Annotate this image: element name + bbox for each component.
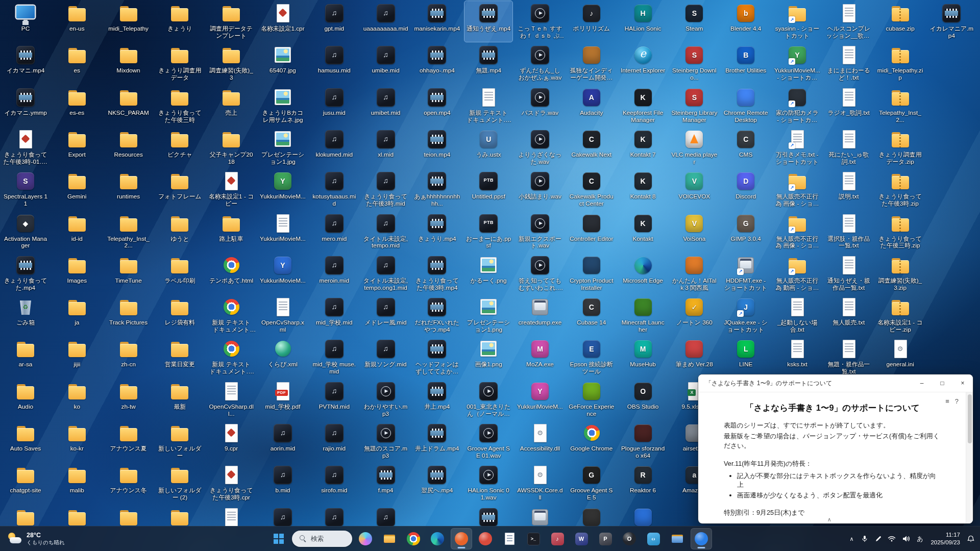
desktop-icon[interactable]: GeForce Experience [568, 379, 616, 420]
desktop-icon[interactable]: teion.mp4 [413, 127, 461, 168]
desktop-icon[interactable]: CCakewalk Next [568, 127, 616, 168]
desktop-icon[interactable]: 001_東北きりたん（ノーマル）_少しv... [464, 379, 512, 420]
desktop-icon[interactable]: hamusu.mid [310, 43, 358, 84]
desktop-icon[interactable]: 万引きメモ.txt - ショートカット [773, 127, 821, 168]
desktop-icon[interactable]: 新しいフォルダー [156, 421, 204, 462]
desktop-icon[interactable]: PC [2, 1, 50, 42]
desktop-icon[interactable]: mid_学校.mid [310, 295, 358, 336]
desktop-icon[interactable]: LLINE [722, 337, 770, 378]
desktop-icon[interactable]: YYukkuriMovieM... - ショートカット [773, 43, 821, 84]
desktop-icon[interactable]: Crypton Product Installer [568, 253, 616, 294]
desktop-icon[interactable]: YukkuriMovieM... [259, 211, 307, 252]
help-icon[interactable]: ? [955, 397, 959, 405]
desktop-icon[interactable]: VVoiSona [670, 211, 718, 252]
desktop-icon[interactable]: uaaaaaaaaa.mid [362, 1, 410, 42]
desktop-icon[interactable]: きょうりBカコレ用サムネ.jpg [259, 85, 307, 126]
desktop-icon[interactable]: 新規 テキスト ドキュメント (2).html [207, 295, 255, 336]
desktop-icon[interactable]: 新規エクスポート.wav [516, 211, 564, 252]
desktop-icon[interactable]: きょうり食ってた午後3時.mid [362, 169, 410, 210]
desktop-icon[interactable]: xl.mid [362, 127, 410, 168]
desktop-icon[interactable]: ピクチャ [156, 127, 204, 168]
desktop-icon[interactable]: MMoZA.exe [516, 337, 564, 378]
desktop-icon[interactable]: _起動しない場合.txt [773, 295, 821, 336]
desktop-icon[interactable]: アナウンス夏 [105, 421, 153, 462]
desktop-icon[interactable]: 最新 [156, 379, 204, 420]
desktop-icon[interactable]: 通知うぜえ.mp4 [464, 1, 512, 42]
desktop-icon[interactable]: f.mp4 [362, 463, 410, 504]
desktop-icon[interactable]: es [53, 43, 101, 84]
desktop-icon[interactable]: CCubase 14 [568, 295, 616, 336]
desktop-icon[interactable]: バスドラ.wav [516, 85, 564, 126]
desktop-icon[interactable]: SSteinberg Library Manager [670, 85, 718, 126]
desktop-icon[interactable]: Gemini [53, 169, 101, 210]
desktop-icon[interactable]: きょうり食ってた午後3時.zip [876, 169, 924, 210]
desktop-icon[interactable]: きょうり食ってた午後3時-01.cpr [2, 127, 50, 168]
desktop-icon[interactable]: ゆうと [156, 211, 204, 252]
desktop-icon[interactable]: Resources [105, 127, 153, 168]
word-like-app-taskbar-button[interactable]: W [571, 528, 592, 549]
desktop-icon[interactable]: あぁhhhhhnnnhhhh... [413, 169, 461, 210]
desktop-icon[interactable]: HHALion Sonic [619, 1, 667, 42]
desktop-icon[interactable]: ksks.txt [773, 337, 821, 378]
desktop-icon[interactable]: b.mid [259, 463, 307, 504]
desktop-icon[interactable]: 9.cpr [207, 421, 255, 462]
desktop-icon[interactable]: かるーく.png [464, 253, 512, 294]
desktop-icon[interactable]: KKontakt 8 [619, 169, 667, 210]
desktop-icon[interactable]: 父子キャンプ2018 [207, 127, 255, 168]
desktop-icon[interactable]: GGIMP 3.0.4 [722, 211, 770, 252]
desktop-icon[interactable]: 無人販売不正行為 画像 - ショートカット [773, 211, 821, 252]
desktop-icon[interactable]: ◆Activation Manager [2, 211, 50, 252]
desktop-icon[interactable]: よりうざくなった.wav [516, 127, 564, 168]
desktop-icon[interactable]: おーまーにあ.ppsf [464, 211, 512, 252]
desktop-icon[interactable]: 新しいフォルダー (2) [156, 463, 204, 504]
desktop-icon[interactable]: bBlender 4.4 [722, 1, 770, 42]
desktop-icon[interactable]: 新規 テキスト ドキュメント.html [207, 337, 255, 378]
music-app-taskbar-button[interactable]: ♪ [547, 528, 568, 549]
desktop-icon[interactable]: くらび.xml [259, 337, 307, 378]
desktop-icon[interactable]: 無人販売不正行為 画像 - ショートカット [773, 169, 821, 210]
desktop-icon[interactable]: umibet.mid [362, 85, 410, 126]
desktop-icon[interactable]: フォトフレーム [156, 169, 204, 210]
desktop-icon[interactable]: jijii [53, 337, 101, 378]
hidden-icons-chevron-icon[interactable] [845, 530, 857, 548]
desktop-icon[interactable]: イカレマニア.mp4 [927, 1, 975, 42]
desktop-icon[interactable]: 調査用データテンプレート [207, 1, 255, 42]
desktop-icon[interactable]: OOBS Studio [619, 379, 667, 420]
desktop-icon[interactable]: 名称未設定1 - コピー.zip [876, 295, 924, 336]
desktop-icon[interactable]: 名称未設定1.cpr [259, 1, 307, 42]
desktop-icon[interactable]: KKontakt [619, 211, 667, 252]
desktop-icon[interactable]: 無題のスコア.mp3 [362, 421, 410, 462]
desktop-icon[interactable]: SSteam [670, 1, 718, 42]
desktop-icon[interactable]: 調査練習(失敗)_3.zip [876, 253, 924, 294]
desktop-icon[interactable]: Untitled.ppsf [464, 169, 512, 210]
desktop-icon[interactable]: まにまにわーるど！.txt [825, 43, 873, 84]
desktop-icon[interactable]: AAudacity [568, 85, 616, 126]
desktop-icon[interactable]: VLC media player [670, 127, 718, 168]
desktop-icon[interactable]: ヘルスコンプレッション__歌詞.txt [825, 1, 873, 42]
desktop-icon[interactable]: VVOICEVOX [670, 169, 718, 210]
dialog-scrollbar[interactable] [966, 392, 973, 523]
copilot-taskbar-button[interactable] [355, 528, 376, 549]
desktop-icon[interactable]: HALion Sonic 01.wav [464, 463, 512, 504]
desktop-icon[interactable]: ar-sa [2, 337, 50, 378]
desktop-icon[interactable]: アナウンス冬 [105, 463, 153, 504]
desktop-icon[interactable]: ずんだもん_しおかぜふぁ.wav [516, 43, 564, 84]
desktop-icon[interactable]: 井上.mp4 [413, 379, 461, 420]
terminal-taskbar-button[interactable] [523, 528, 544, 549]
desktop-icon[interactable]: mero.mid [310, 211, 358, 252]
desktop-icon[interactable]: ✓ノートン 360 [670, 295, 718, 336]
desktop-icon[interactable]: sirofo.mid [310, 463, 358, 504]
desktop-icon[interactable]: 説明.txt [825, 169, 873, 210]
minimize-button[interactable]: – [912, 374, 932, 392]
desktop-icon[interactable]: Accessibility.dll [516, 421, 564, 462]
desktop-icon[interactable]: zh-tw [105, 379, 153, 420]
remote-folder-taskbar-button[interactable] [667, 528, 688, 549]
desktop-icon[interactable]: malib [53, 463, 101, 504]
desktop-icon[interactable]: かんたん！AITalk 3 関西風 [670, 253, 718, 294]
volume-icon[interactable] [899, 530, 913, 548]
desktop-icon[interactable]: 調査練習(失敗)_3 [207, 43, 255, 84]
desktop-icon[interactable]: ごみ箱 [2, 295, 50, 336]
edge-taskbar-button[interactable] [427, 528, 448, 549]
desktop-icon[interactable]: Audio [2, 379, 50, 420]
desktop-icon[interactable]: SSpectraLayers 11 [2, 169, 50, 210]
